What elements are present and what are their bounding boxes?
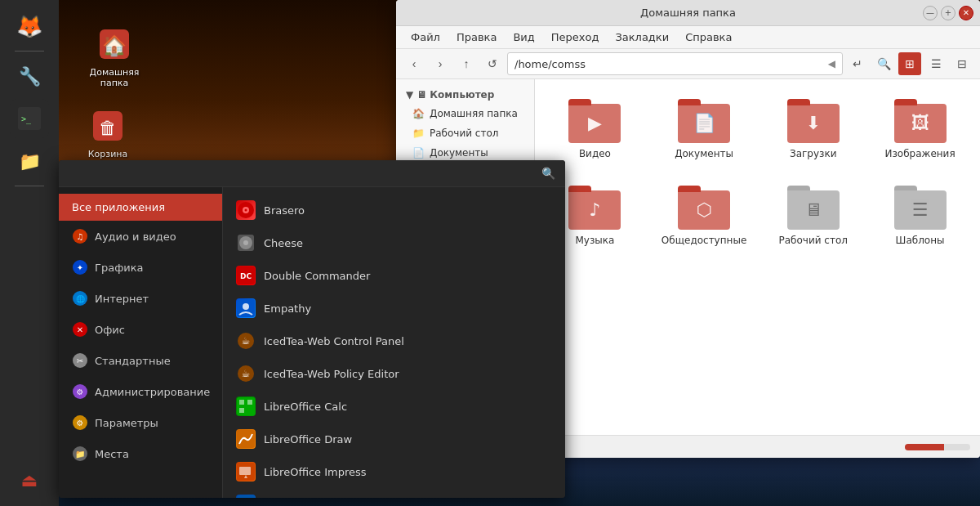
- menu-go[interactable]: Переход: [543, 28, 608, 47]
- app-menu-body: Все приложения ♫ Аудио и видео ✦ Графика: [59, 187, 565, 498]
- category-internet[interactable]: 🌐 Интернет: [59, 283, 222, 314]
- desktop: 🏠 Домашняя папка 🗑 Корзина 🦊 🔧 >_: [0, 0, 980, 506]
- computer-icon: 🖥: [416, 89, 426, 101]
- menu-bookmarks[interactable]: Закладки: [607, 28, 677, 47]
- category-graphics-label: Графика: [95, 262, 144, 274]
- svg-rect-37: [239, 400, 244, 405]
- category-places[interactable]: 📁 Места: [59, 438, 222, 469]
- app-doublecommander[interactable]: DC Double Commander: [223, 259, 565, 292]
- window-controls: — + ✕: [923, 6, 973, 20]
- compact-view-button[interactable]: ⊟: [951, 52, 973, 75]
- app-lo-draw[interactable]: LibreOffice Draw: [223, 423, 565, 455]
- category-audio-label: Аудио и видео: [95, 231, 176, 243]
- category-prefs-label: Параметры: [95, 417, 158, 429]
- folder-images-label: Изображения: [885, 148, 956, 159]
- folder-public[interactable]: ⬡ Общедоступные: [655, 179, 753, 253]
- app-lo-impress[interactable]: LibreOffice Impress: [223, 455, 565, 488]
- menu-file[interactable]: Файл: [403, 28, 448, 47]
- app-menu-search-bar: 🔍: [59, 160, 565, 187]
- lo-calc-label: LibreOffice Calc: [264, 401, 347, 413]
- icedtea-policy-icon: ☕: [236, 364, 256, 383]
- address-clear-icon[interactable]: ◀: [828, 58, 835, 69]
- svg-text:⚙: ⚙: [77, 387, 84, 396]
- folder-desktop[interactable]: 🖥 Рабочий стол: [766, 179, 860, 253]
- category-office-label: Офис: [95, 324, 125, 336]
- docs-folder-icon: 📄: [693, 113, 715, 133]
- category-admin[interactable]: ⚙ Администрирование: [59, 376, 222, 407]
- category-graphics[interactable]: ✦ Графика: [59, 252, 222, 283]
- app-lo-writer[interactable]: LibreOffice Writer: [223, 488, 565, 498]
- app-icedtea-policy[interactable]: ☕ IcedTea-Web Policy Editor: [223, 357, 565, 390]
- file-manager-toolbar: ‹ › ↑ ↺ /home/comss ◀ ↵ 🔍 ⊞ ☰ ⊟: [396, 49, 980, 79]
- address-text: /home/comss: [514, 58, 825, 70]
- cheese-icon: [236, 233, 256, 253]
- reload-button[interactable]: ↺: [481, 52, 504, 75]
- category-office[interactable]: ✕ Офис: [59, 314, 222, 345]
- folder-downloads[interactable]: ⬇ Загрузки: [766, 92, 860, 166]
- app-lo-calc[interactable]: LibreOffice Calc: [223, 390, 565, 423]
- bookmark-button[interactable]: ↵: [846, 52, 869, 75]
- app-cheese[interactable]: Cheese: [223, 226, 565, 259]
- desktop-icon-trash[interactable]: 🗑 Корзина: [75, 106, 140, 159]
- maximize-button[interactable]: +: [941, 6, 956, 20]
- category-audio[interactable]: ♫ Аудио и видео: [59, 221, 222, 252]
- svg-text:✂: ✂: [77, 356, 83, 365]
- folder-templates[interactable]: ☰ Шаблоны: [873, 179, 967, 253]
- svg-text:🗑: 🗑: [99, 118, 117, 138]
- home-sidebar-icon: 🏠: [412, 108, 425, 119]
- svg-text:✕: ✕: [77, 325, 83, 334]
- forward-button[interactable]: ›: [429, 52, 452, 75]
- folder-video-label: Видео: [579, 148, 611, 159]
- folder-video[interactable]: ▶ Видео: [548, 92, 642, 166]
- sidebar-item-desktop[interactable]: 📁 Рабочий стол: [396, 123, 534, 143]
- app-brasero[interactable]: Brasero: [223, 194, 565, 226]
- trash-icon-label: Корзина: [88, 149, 127, 159]
- category-prefs[interactable]: ⚙ Параметры: [59, 407, 222, 438]
- category-all[interactable]: Все приложения: [59, 194, 222, 221]
- statusbar-right: [905, 444, 970, 450]
- sidebar-item-home[interactable]: 🏠 Домашняя папка: [396, 104, 534, 123]
- search-button[interactable]: 🔍: [872, 52, 895, 75]
- folder-docs[interactable]: 📄 Документы: [655, 92, 753, 166]
- svg-rect-38: [247, 400, 252, 405]
- app-menu-search-input[interactable]: [69, 167, 541, 180]
- taskbar-exit[interactable]: ⏏: [10, 460, 49, 499]
- category-standard-label: Стандартные: [95, 355, 171, 367]
- empathy-label: Empathy: [264, 302, 311, 315]
- taskbar-separator-2: [15, 186, 44, 186]
- svg-text:🌐: 🌐: [76, 294, 86, 304]
- svg-rect-44: [237, 495, 255, 498]
- lo-calc-icon: [236, 396, 256, 416]
- menu-help[interactable]: Справка: [677, 28, 740, 47]
- app-icedtea-control[interactable]: ☕ IcedTea-Web Control Panel: [223, 325, 565, 357]
- taskbar-files[interactable]: 📁: [10, 141, 49, 181]
- menu-view[interactable]: Вид: [505, 28, 542, 47]
- desktop-icon-home[interactable]: 🏠 Домашняя папка: [82, 25, 147, 88]
- menu-edit[interactable]: Правка: [448, 28, 505, 47]
- taskbar-terminal[interactable]: >_: [10, 99, 49, 138]
- brasero-icon: [236, 200, 256, 220]
- taskbar-settings[interactable]: 🔧: [10, 56, 49, 96]
- svg-point-27: [243, 240, 248, 245]
- svg-text:♫: ♫: [77, 232, 84, 241]
- file-manager-content: ▶ Видео 📄 Документы: [535, 79, 980, 435]
- minimize-button[interactable]: —: [923, 6, 938, 20]
- svg-text:☕: ☕: [242, 368, 251, 379]
- downloads-folder-icon: ⬇: [805, 113, 820, 133]
- taskbar-firefox[interactable]: 🦊: [10, 7, 49, 46]
- templates-folder-icon: ☰: [912, 199, 929, 220]
- address-bar: /home/comss ◀: [507, 52, 843, 75]
- close-button[interactable]: ✕: [959, 6, 973, 20]
- list-view-button[interactable]: ☰: [924, 52, 947, 75]
- wrench-icon: 🔧: [19, 66, 41, 87]
- svg-text:DC: DC: [240, 272, 252, 280]
- icon-view-button[interactable]: ⊞: [898, 52, 921, 75]
- apps-list-panel: Brasero Cheese DC Double Commander: [222, 187, 565, 498]
- public-folder-icon: ⬡: [696, 199, 711, 220]
- category-standard[interactable]: ✂ Стандартные: [59, 345, 222, 376]
- folder-images[interactable]: 🖼 Изображения: [873, 92, 967, 166]
- app-empathy[interactable]: Empathy: [223, 292, 565, 325]
- up-button[interactable]: ↑: [455, 52, 478, 75]
- places-icon: 📁: [72, 446, 88, 462]
- back-button[interactable]: ‹: [403, 52, 425, 75]
